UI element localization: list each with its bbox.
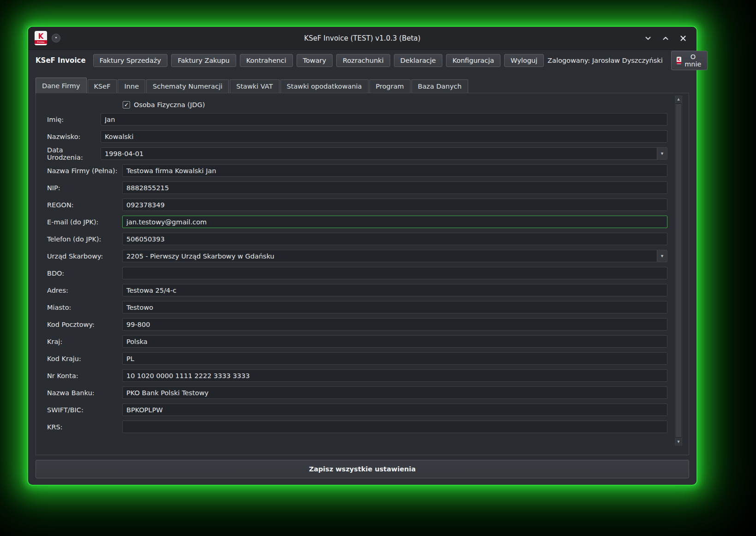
tab-inne[interactable]: Inne: [118, 79, 145, 93]
title-bar-dot-button[interactable]: •: [52, 34, 60, 42]
input-wrap-nazwa-banku: [122, 386, 667, 399]
form-row: Nazwa Banku:: [36, 384, 667, 401]
window-controls: [641, 31, 690, 45]
input-adres[interactable]: [122, 284, 667, 296]
form-row: Nazwa Firmy (Pełna):: [36, 162, 667, 179]
field-label-data-urodzenia: Data Urodzenia:: [47, 146, 101, 161]
input-nazwa-banku[interactable]: [122, 386, 667, 399]
close-button[interactable]: [676, 31, 690, 45]
field-label-miasto: Miasto:: [47, 304, 122, 311]
input-nr-konta[interactable]: [122, 369, 667, 382]
form-row: Kod Kraju:: [36, 350, 667, 367]
dot-icon: •: [54, 35, 58, 41]
scroll-down-button[interactable]: ▼: [675, 438, 682, 445]
app-icon-band: Polska: [35, 40, 47, 44]
dropdown-button-data-urodzenia[interactable]: ▼: [657, 148, 667, 159]
toolbar-button-towary[interactable]: Towary: [297, 54, 333, 67]
form-row: SWIFT/BIC:: [36, 401, 667, 418]
input-wrap-kraj: [122, 335, 667, 348]
toolbar: KSeF Invoice Faktury SprzedażyFaktury Za…: [28, 50, 696, 71]
input-wrap-kod-kraju: [122, 352, 667, 365]
settings-panel: ✓ Osoba Fizyczna (JDG) Imię:Nazwisko:Dat…: [36, 93, 689, 455]
tab-stawki-vat[interactable]: Stawki VAT: [230, 79, 279, 93]
chevron-up-icon: [661, 34, 670, 42]
save-all-settings-button[interactable]: Zapisz wszystkie ustawienia: [36, 460, 689, 478]
input-wrap-telefon-jpk: [122, 233, 667, 245]
input-kraj[interactable]: [122, 335, 667, 348]
toolbar-button-faktury-sprzedaży[interactable]: Faktury Sprzedaży: [93, 54, 168, 67]
toolbar-button-deklaracje[interactable]: Deklaracje: [394, 54, 442, 67]
scroll-up-button[interactable]: ▲: [675, 96, 682, 103]
tab-program[interactable]: Program: [369, 79, 411, 93]
chevron-down-icon: ▼: [661, 254, 663, 258]
tab-ksef[interactable]: KSeF: [88, 79, 117, 93]
field-label-kod-pocztowy: Kod Pocztowy:: [47, 321, 122, 328]
about-me-button[interactable]: K O mnie: [671, 51, 708, 70]
app-icon: K Polska: [35, 31, 47, 45]
input-swift-bic[interactable]: [122, 404, 667, 416]
about-me-label: O mnie: [684, 53, 702, 68]
input-nip[interactable]: [122, 181, 667, 194]
maximize-button[interactable]: [659, 31, 673, 45]
input-kod-pocztowy[interactable]: [122, 318, 667, 331]
field-label-nip: NIP:: [47, 184, 122, 192]
minimize-button[interactable]: [641, 31, 655, 45]
input-krs[interactable]: [122, 421, 667, 433]
input-telefon-jpk[interactable]: [122, 233, 667, 245]
scroll-up-icon: ▲: [677, 97, 679, 101]
osoba-fizyczna-label: Osoba Fizyczna (JDG): [134, 101, 205, 108]
brand-label: KSeF Invoice: [36, 56, 86, 65]
tab-baza-danych[interactable]: Baza Danych: [411, 79, 468, 93]
form-row: REGON:: [36, 196, 667, 213]
tab-schematy-numeracji[interactable]: Schematy Numeracji: [146, 79, 229, 93]
input-urzad-skarbowy[interactable]: [122, 250, 667, 262]
input-regon[interactable]: [122, 199, 667, 211]
input-wrap-regon: [122, 199, 667, 211]
input-imie[interactable]: [101, 113, 667, 126]
field-label-kod-kraju: Kod Kraju:: [47, 355, 122, 362]
title-bar: K Polska • KSeF Invoice (TEST) v1.0.3 (B…: [28, 27, 696, 50]
toolbar-button-kontrahenci[interactable]: Kontrahenci: [240, 54, 293, 67]
input-wrap-swift-bic: [122, 404, 667, 416]
form-row: Data Urodzenia:▼: [36, 145, 667, 162]
app-window: K Polska • KSeF Invoice (TEST) v1.0.3 (B…: [28, 27, 696, 485]
input-wrap-nazwisko: [101, 130, 667, 143]
scroll-down-icon: ▼: [677, 440, 679, 444]
input-nazwa-firmy[interactable]: [122, 164, 667, 177]
field-label-nazwa-firmy: Nazwa Firmy (Pełna):: [47, 167, 122, 175]
form-row: BDO:: [36, 265, 667, 282]
toolbar-buttons: Faktury SprzedażyFaktury ZakupuKontrahen…: [93, 54, 544, 67]
input-wrap-urzad-skarbowy: ▼: [122, 250, 667, 262]
tab-dane-firmy[interactable]: Dane Firmy: [36, 78, 87, 93]
input-miasto[interactable]: [122, 301, 667, 313]
form-area: ✓ Osoba Fizyczna (JDG) Imię:Nazwisko:Dat…: [36, 99, 689, 435]
form-row: Miasto:: [36, 299, 667, 316]
toolbar-button-konfiguracja[interactable]: Konfiguracja: [446, 54, 500, 67]
field-label-bdo: BDO:: [47, 270, 122, 277]
chevron-down-icon: [644, 34, 652, 42]
dropdown-button-urzad-skarbowy[interactable]: ▼: [657, 250, 667, 262]
form-row: KRS:: [36, 418, 667, 435]
form-row: Imię:: [36, 111, 667, 128]
input-email-jpk[interactable]: [122, 216, 667, 228]
toolbar-button-wyloguj[interactable]: Wyloguj: [504, 54, 544, 67]
tab-stawki-opodatkowania[interactable]: Stawki opodatkowania: [280, 79, 369, 93]
input-wrap-bdo: [122, 267, 667, 279]
input-bdo[interactable]: [122, 267, 667, 279]
toolbar-button-rozrachunki[interactable]: Rozrachunki: [336, 54, 390, 67]
field-label-kraj: Kraj:: [47, 338, 122, 345]
input-data-urodzenia[interactable]: [101, 147, 667, 160]
field-label-telefon-jpk: Telefon (do JPK):: [47, 235, 122, 243]
toolbar-button-faktury-zakupu[interactable]: Faktury Zakupu: [171, 54, 236, 67]
vertical-scrollbar[interactable]: ▲ ▼: [675, 96, 682, 446]
scrollbar-thumb[interactable]: [676, 104, 681, 437]
osoba-fizyczna-checkbox[interactable]: ✓: [123, 101, 130, 108]
input-wrap-nazwa-firmy: [122, 164, 667, 177]
input-kod-kraju[interactable]: [122, 352, 667, 365]
chevron-down-icon: ▼: [661, 152, 663, 156]
check-icon: ✓: [124, 102, 129, 108]
field-label-adres: Adres:: [47, 287, 122, 294]
input-nazwisko[interactable]: [101, 130, 667, 143]
input-wrap-krs: [122, 421, 667, 433]
input-wrap-kod-pocztowy: [122, 318, 667, 331]
